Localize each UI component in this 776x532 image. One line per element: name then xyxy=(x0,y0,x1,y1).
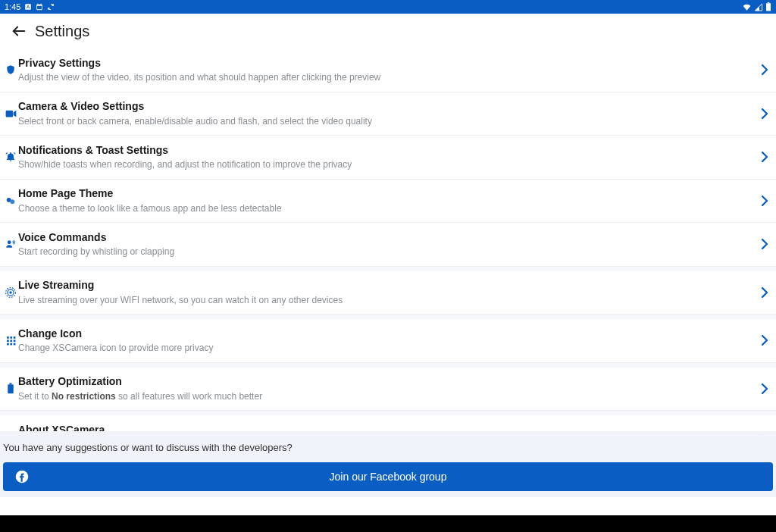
svg-rect-21 xyxy=(8,385,14,394)
chevron-right-icon xyxy=(761,64,768,76)
app-header: Settings xyxy=(0,14,776,49)
footer-prompt: You have any suggestions or want to disc… xyxy=(3,439,773,462)
row-subtitle: Start recording by whistling or clapping xyxy=(18,246,755,258)
calendar-icon xyxy=(36,3,43,11)
voice-icon xyxy=(5,239,17,249)
apps-icon xyxy=(5,336,17,346)
row-battery-optimization[interactable]: Battery Optimization Set it to No restri… xyxy=(0,363,776,412)
back-button[interactable] xyxy=(6,18,32,44)
chevron-right-icon xyxy=(761,195,768,207)
page-title: Settings xyxy=(35,23,89,40)
facebook-icon xyxy=(15,470,29,483)
facebook-button-label: Join our Facebook group xyxy=(330,471,447,483)
arrow-left-icon xyxy=(11,23,27,39)
svg-rect-12 xyxy=(7,336,9,339)
row-subtitle: Live streaming over your WIFI network, s… xyxy=(18,295,755,306)
row-notifications-toast-settings[interactable]: Notifications & Toast Settings Show/hide… xyxy=(0,136,776,180)
row-subtitle: Select front or back camera, enable/disa… xyxy=(18,116,755,127)
row-title: Change Icon xyxy=(18,327,755,341)
settings-list: Privacy Settings Adjust the view of the … xyxy=(0,49,776,459)
row-subtitle: Show/hide toasts when recording, and adj… xyxy=(18,159,755,171)
row-subtitle: Adjust the view of the video, its positi… xyxy=(18,72,755,83)
chevron-right-icon xyxy=(761,334,768,346)
row-change-icon[interactable]: Change Icon Change XSCamera icon to prov… xyxy=(0,315,776,363)
row-title: Home Page Theme xyxy=(18,187,755,201)
nav-bar xyxy=(0,515,776,532)
row-body: Notifications & Toast Settings Show/hide… xyxy=(18,144,761,171)
row-subtitle: Set it to No restrictions so all feature… xyxy=(18,391,755,402)
svg-rect-19 xyxy=(10,343,12,346)
row-body: Change Icon Change XSCamera icon to prov… xyxy=(18,327,761,355)
sub-prefix: Set it to xyxy=(18,391,52,402)
svg-rect-14 xyxy=(13,336,15,339)
svg-rect-18 xyxy=(7,343,9,346)
svg-rect-5 xyxy=(5,110,12,117)
svg-rect-2 xyxy=(766,3,771,11)
sub-suffix: so all features will work much better xyxy=(116,391,262,402)
svg-point-7 xyxy=(10,199,14,204)
svg-rect-20 xyxy=(13,343,15,346)
row-title: Notifications & Toast Settings xyxy=(18,144,755,158)
sync-icon xyxy=(47,3,55,11)
row-camera-video-settings[interactable]: Camera & Video Settings Select front or … xyxy=(0,92,776,136)
row-voice-commands[interactable]: Voice Commands Start recording by whistl… xyxy=(0,223,776,267)
videocam-icon xyxy=(5,109,17,118)
status-bar: 1:45 A xyxy=(0,0,776,14)
svg-rect-15 xyxy=(7,340,9,342)
row-body: Privacy Settings Adjust the view of the … xyxy=(18,57,761,84)
row-body: Camera & Video Settings Select front or … xyxy=(18,100,761,127)
svg-rect-22 xyxy=(10,383,12,385)
row-body: Home Page Theme Choose a theme to look l… xyxy=(18,187,761,214)
row-title: Live Streaming xyxy=(18,279,755,293)
battery-icon xyxy=(765,2,771,11)
chevron-right-icon xyxy=(761,151,768,163)
join-facebook-button[interactable]: Join our Facebook group xyxy=(3,462,773,491)
square-a-icon: A xyxy=(24,3,32,11)
svg-rect-3 xyxy=(768,2,769,3)
row-body: Live Streaming Live streaming over your … xyxy=(18,279,761,306)
row-privacy-settings[interactable]: Privacy Settings Adjust the view of the … xyxy=(0,49,776,92)
row-subtitle: Choose a theme to look like a famous app… xyxy=(18,203,755,214)
status-left: 1:45 A xyxy=(5,2,55,11)
status-right xyxy=(742,2,771,11)
status-time: 1:45 xyxy=(5,2,20,11)
theme-icon xyxy=(5,196,17,206)
row-home-page-theme[interactable]: Home Page Theme Choose a theme to look l… xyxy=(0,180,776,224)
svg-rect-17 xyxy=(13,340,15,342)
live-icon xyxy=(5,287,17,298)
row-title: Voice Commands xyxy=(18,231,755,245)
svg-point-8 xyxy=(8,241,11,245)
chevron-right-icon xyxy=(761,286,768,299)
footer: You have any suggestions or want to disc… xyxy=(0,431,776,497)
shield-icon xyxy=(5,64,17,75)
svg-rect-16 xyxy=(10,340,12,342)
chevron-right-icon xyxy=(761,383,768,395)
row-title: Privacy Settings xyxy=(18,57,755,70)
row-live-streaming[interactable]: Live Streaming Live streaming over your … xyxy=(0,267,776,315)
row-subtitle: Change XSCamera icon to provide more pri… xyxy=(18,343,755,354)
chevron-right-icon xyxy=(761,238,768,250)
wifi-icon xyxy=(742,3,752,11)
row-body: Battery Optimization Set it to No restri… xyxy=(18,375,761,402)
bell-icon xyxy=(5,152,17,162)
row-body: Voice Commands Start recording by whistl… xyxy=(18,231,761,258)
sub-bold: No restrictions xyxy=(52,391,116,402)
signal-icon xyxy=(754,3,763,11)
chevron-right-icon xyxy=(761,108,768,120)
svg-point-9 xyxy=(9,291,12,294)
row-title: Battery Optimization xyxy=(18,375,755,389)
svg-rect-13 xyxy=(10,336,12,339)
row-title: Camera & Video Settings xyxy=(18,100,755,114)
battery-icon xyxy=(5,383,17,394)
